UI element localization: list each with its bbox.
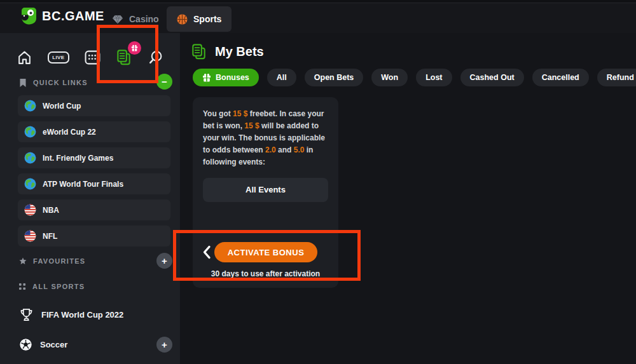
live-icon[interactable]: LIVE — [48, 51, 69, 64]
quick-link-nfl[interactable]: NFL — [18, 226, 170, 246]
favourites-label: FAVOURITES — [33, 257, 85, 265]
bcgame-logo[interactable]: BC.GAME — [19, 6, 104, 25]
odds-min-value: 2.0 — [265, 145, 276, 154]
quick-link-int-friendly[interactable]: Int. Friendly Games — [18, 147, 170, 168]
quick-link-nba[interactable]: NBA — [18, 199, 170, 220]
usa-flag-icon — [24, 230, 36, 242]
favourites-header: FAVOURITES — [19, 252, 152, 270]
page-header: My Bets — [191, 43, 264, 60]
globe-icon — [24, 126, 36, 138]
bonus-expiry-note: 30 days to use after activation — [193, 269, 338, 278]
soccer-add-button[interactable]: + — [156, 337, 172, 353]
filter-lost[interactable]: Lost — [416, 69, 452, 86]
browser-edge-strip — [0, 0, 636, 3]
bonus-text-segment: You got — [203, 109, 233, 118]
bookmark-icon — [19, 78, 27, 88]
tab-sports-label: Sports — [193, 14, 221, 24]
bonus-badge — [128, 41, 141, 55]
globe-icon — [24, 100, 36, 112]
my-bets-icon — [191, 43, 207, 60]
quick-links-label: QUICK LINKS — [33, 79, 88, 86]
trophy-icon — [19, 307, 34, 322]
bcgame-mascot-icon — [19, 6, 38, 25]
sidebar-nav-icons: LIVE — [0, 44, 180, 70]
basketball-icon — [177, 14, 188, 25]
quick-link-label: World Cup — [43, 102, 81, 111]
all-sports-header: ALL SPORTS — [19, 278, 152, 295]
activate-row: ACTIVATE BONUS — [193, 242, 338, 262]
schedule-icon[interactable] — [85, 50, 100, 65]
quick-links-list: World Cup eWorld Cup 22 Int. Friendly Ga… — [18, 95, 170, 252]
filter-won[interactable]: Won — [371, 69, 408, 86]
favourites-add-button[interactable]: + — [156, 253, 172, 269]
all-events-label: All Events — [245, 185, 286, 194]
filter-all[interactable]: All — [267, 69, 296, 86]
quick-link-label: Int. Friendly Games — [43, 154, 113, 163]
sidebar: LIVE — [0, 33, 180, 364]
filter-label: Bonuses — [216, 73, 249, 82]
soccer-ball-icon — [19, 338, 32, 351]
sidebar-item-label: Soccer — [40, 340, 67, 349]
filter-label: All — [277, 73, 287, 82]
bonus-amount: 15 $ — [244, 121, 259, 130]
filter-cashed-out[interactable]: Cashed Out — [460, 69, 524, 86]
tab-casino[interactable]: Casino — [102, 6, 169, 32]
bonus-amount: 15 $ — [233, 109, 247, 118]
bonus-card: You got 15 $ freebet. In case your bet i… — [193, 97, 338, 288]
quick-link-world-cup[interactable]: World Cup — [18, 95, 170, 116]
page-title: My Bets — [215, 44, 264, 59]
globe-icon — [24, 152, 36, 164]
plus-icon: + — [162, 339, 167, 350]
tab-sports[interactable]: Sports — [167, 6, 232, 32]
bonus-description: You got 15 $ freebet. In case your bet i… — [193, 97, 338, 168]
bonus-text-segment: and — [276, 145, 294, 154]
all-events-button[interactable]: All Events — [203, 178, 328, 202]
sidebar-item-fifa-world-cup[interactable]: FIFA World Cup 2022 — [19, 304, 123, 325]
quick-link-eworld-cup[interactable]: eWorld Cup 22 — [18, 121, 170, 142]
home-icon[interactable] — [17, 50, 32, 65]
quick-links-collapse-button[interactable]: − — [156, 74, 172, 90]
topbar: BC.GAME Casino Sports — [0, 0, 636, 33]
quick-link-label: eWorld Cup 22 — [43, 128, 96, 137]
filter-label: Open Bets — [314, 73, 354, 82]
quick-link-label: NFL — [43, 232, 57, 241]
filter-label: Lost — [425, 73, 442, 82]
grid-icon — [19, 283, 26, 290]
quick-link-label: ATP World Tour Finals — [43, 180, 123, 189]
filter-refund[interactable]: Refund — [597, 69, 636, 86]
filter-bonuses[interactable]: Bonuses — [193, 69, 259, 86]
usa-flag-icon — [24, 204, 36, 216]
live-icon-label: LIVE — [48, 51, 69, 64]
star-icon — [19, 257, 27, 265]
activate-bonus-button[interactable]: ACTIVATE BONUS — [214, 242, 317, 262]
plus-icon: + — [162, 255, 167, 266]
all-sports-label: ALL SPORTS — [32, 283, 85, 290]
filter-label: Cancelled — [542, 73, 579, 82]
quick-links-header: QUICK LINKS — [19, 74, 152, 91]
globe-icon — [24, 178, 36, 190]
sidebar-item-soccer[interactable]: Soccer — [19, 334, 67, 355]
sidebar-item-label: FIFA World Cup 2022 — [41, 310, 123, 320]
logo-text: BC.GAME — [42, 9, 104, 24]
filter-pills: Bonuses All Open Bets Won Lost Cashed Ou… — [193, 69, 636, 86]
minus-icon: − — [162, 76, 167, 87]
my-bets-icon[interactable] — [116, 49, 132, 66]
filter-cancelled[interactable]: Cancelled — [532, 69, 589, 86]
gift-icon — [202, 73, 211, 82]
filter-label: Cashed Out — [470, 73, 515, 82]
diamond-icon — [112, 15, 123, 24]
filter-open-bets[interactable]: Open Bets — [305, 69, 364, 86]
quick-link-atp-finals[interactable]: ATP World Tour Finals — [18, 173, 170, 194]
odds-max-value: 5.0 — [294, 145, 305, 154]
tab-casino-label: Casino — [129, 14, 159, 24]
search-icon[interactable] — [148, 50, 163, 65]
filter-label: Refund — [607, 73, 634, 82]
filter-label: Won — [381, 73, 398, 82]
chevron-left-icon[interactable] — [202, 245, 212, 260]
quick-link-label: NBA — [43, 206, 59, 215]
